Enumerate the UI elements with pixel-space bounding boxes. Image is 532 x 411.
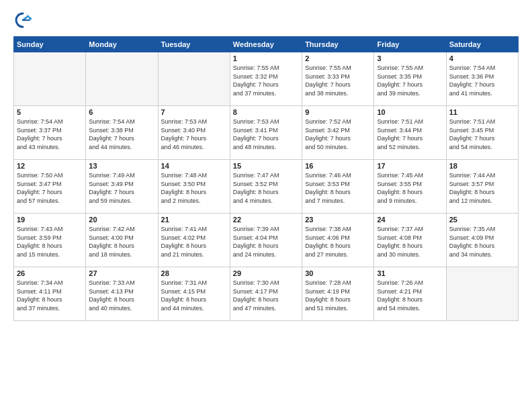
day-info: Sunrise: 7:50 AM Sunset: 3:47 PM Dayligh… [17,171,83,205]
day-info: Sunrise: 7:44 AM Sunset: 3:57 PM Dayligh… [449,171,515,205]
week-row-3: 19Sunrise: 7:43 AM Sunset: 3:59 PM Dayli… [14,214,519,267]
calendar-cell: 19Sunrise: 7:43 AM Sunset: 3:59 PM Dayli… [14,214,86,267]
day-number: 12 [17,162,83,170]
day-info: Sunrise: 7:35 AM Sunset: 4:09 PM Dayligh… [449,225,515,259]
day-info: Sunrise: 7:34 AM Sunset: 4:11 PM Dayligh… [17,279,83,312]
calendar-cell: 23Sunrise: 7:38 AM Sunset: 4:06 PM Dayli… [302,214,374,267]
weekday-header-tuesday: Tuesday [158,37,230,52]
calendar-cell [86,52,158,106]
day-info: Sunrise: 7:49 AM Sunset: 3:49 PM Dayligh… [89,171,154,205]
day-number: 23 [305,216,371,224]
day-number: 15 [233,162,299,170]
calendar-cell: 20Sunrise: 7:42 AM Sunset: 4:00 PM Dayli… [86,214,158,267]
calendar-cell: 12Sunrise: 7:50 AM Sunset: 3:47 PM Dayli… [14,160,86,214]
day-number: 16 [305,162,371,170]
day-number: 21 [161,216,227,224]
logo-icon [13,11,32,30]
day-number: 1 [233,54,299,62]
day-number: 30 [305,269,371,277]
calendar-cell: 14Sunrise: 7:48 AM Sunset: 3:50 PM Dayli… [158,160,230,214]
day-number: 24 [377,216,443,224]
calendar-cell: 29Sunrise: 7:30 AM Sunset: 4:17 PM Dayli… [230,267,302,321]
day-info: Sunrise: 7:53 AM Sunset: 3:41 PM Dayligh… [233,118,299,151]
calendar-cell: 27Sunrise: 7:33 AM Sunset: 4:13 PM Dayli… [86,267,158,321]
calendar-cell [158,52,230,106]
day-info: Sunrise: 7:54 AM Sunset: 3:36 PM Dayligh… [449,64,515,97]
day-number: 28 [161,269,227,277]
day-number: 27 [89,269,154,277]
calendar-cell: 6Sunrise: 7:54 AM Sunset: 3:38 PM Daylig… [86,106,158,160]
day-info: Sunrise: 7:54 AM Sunset: 3:38 PM Dayligh… [89,118,154,151]
day-number: 18 [449,162,515,170]
week-row-4: 26Sunrise: 7:34 AM Sunset: 4:11 PM Dayli… [14,267,519,321]
calendar-cell [14,52,86,106]
calendar-cell: 26Sunrise: 7:34 AM Sunset: 4:11 PM Dayli… [14,267,86,321]
day-info: Sunrise: 7:45 AM Sunset: 3:55 PM Dayligh… [377,171,443,205]
day-info: Sunrise: 7:51 AM Sunset: 3:44 PM Dayligh… [377,118,443,151]
calendar-cell: 3Sunrise: 7:55 AM Sunset: 3:35 PM Daylig… [374,52,446,106]
day-number: 6 [89,108,154,116]
day-number: 7 [161,108,227,116]
header [13,11,519,30]
calendar-cell: 25Sunrise: 7:35 AM Sunset: 4:09 PM Dayli… [446,214,518,267]
day-number: 13 [89,162,154,170]
day-info: Sunrise: 7:39 AM Sunset: 4:04 PM Dayligh… [233,225,299,259]
calendar-cell: 9Sunrise: 7:52 AM Sunset: 3:42 PM Daylig… [302,106,374,160]
day-info: Sunrise: 7:53 AM Sunset: 3:40 PM Dayligh… [161,118,227,151]
day-number: 20 [89,216,154,224]
calendar-cell: 31Sunrise: 7:26 AM Sunset: 4:21 PM Dayli… [374,267,446,321]
weekday-header-wednesday: Wednesday [230,37,302,52]
day-number: 19 [17,216,83,224]
day-info: Sunrise: 7:52 AM Sunset: 3:42 PM Dayligh… [305,118,371,151]
day-number: 9 [305,108,371,116]
calendar-cell: 16Sunrise: 7:46 AM Sunset: 3:53 PM Dayli… [302,160,374,214]
week-row-0: 1Sunrise: 7:55 AM Sunset: 3:32 PM Daylig… [14,52,519,106]
day-number: 22 [233,216,299,224]
day-info: Sunrise: 7:42 AM Sunset: 4:00 PM Dayligh… [89,225,154,259]
calendar-cell: 17Sunrise: 7:45 AM Sunset: 3:55 PM Dayli… [374,160,446,214]
calendar-cell: 13Sunrise: 7:49 AM Sunset: 3:49 PM Dayli… [86,160,158,214]
day-info: Sunrise: 7:37 AM Sunset: 4:08 PM Dayligh… [377,225,443,259]
day-info: Sunrise: 7:48 AM Sunset: 3:50 PM Dayligh… [161,171,227,205]
week-row-2: 12Sunrise: 7:50 AM Sunset: 3:47 PM Dayli… [14,160,519,214]
calendar-cell: 11Sunrise: 7:51 AM Sunset: 3:45 PM Dayli… [446,106,518,160]
calendar-cell: 15Sunrise: 7:47 AM Sunset: 3:52 PM Dayli… [230,160,302,214]
day-number: 31 [377,269,443,277]
calendar-cell: 2Sunrise: 7:55 AM Sunset: 3:33 PM Daylig… [302,52,374,106]
day-info: Sunrise: 7:31 AM Sunset: 4:15 PM Dayligh… [161,279,227,312]
day-info: Sunrise: 7:30 AM Sunset: 4:17 PM Dayligh… [233,279,299,312]
calendar-cell: 30Sunrise: 7:28 AM Sunset: 4:19 PM Dayli… [302,267,374,321]
week-row-1: 5Sunrise: 7:54 AM Sunset: 3:37 PM Daylig… [14,106,519,160]
weekday-header-thursday: Thursday [302,37,374,52]
calendar-cell: 10Sunrise: 7:51 AM Sunset: 3:44 PM Dayli… [374,106,446,160]
day-info: Sunrise: 7:38 AM Sunset: 4:06 PM Dayligh… [305,225,371,259]
day-number: 8 [233,108,299,116]
day-number: 25 [449,216,515,224]
day-number: 14 [161,162,227,170]
day-number: 29 [233,269,299,277]
day-info: Sunrise: 7:55 AM Sunset: 3:33 PM Dayligh… [305,64,371,97]
calendar-cell: 5Sunrise: 7:54 AM Sunset: 3:37 PM Daylig… [14,106,86,160]
calendar-cell: 24Sunrise: 7:37 AM Sunset: 4:08 PM Dayli… [374,214,446,267]
day-info: Sunrise: 7:26 AM Sunset: 4:21 PM Dayligh… [377,279,443,312]
calendar-cell [446,267,518,321]
day-info: Sunrise: 7:33 AM Sunset: 4:13 PM Dayligh… [89,279,154,312]
calendar-cell: 18Sunrise: 7:44 AM Sunset: 3:57 PM Dayli… [446,160,518,214]
day-info: Sunrise: 7:47 AM Sunset: 3:52 PM Dayligh… [233,171,299,205]
day-info: Sunrise: 7:41 AM Sunset: 4:02 PM Dayligh… [161,225,227,259]
page: SundayMondayTuesdayWednesdayThursdayFrid… [0,0,532,411]
calendar-table: SundayMondayTuesdayWednesdayThursdayFrid… [13,36,519,321]
calendar-cell: 7Sunrise: 7:53 AM Sunset: 3:40 PM Daylig… [158,106,230,160]
day-info: Sunrise: 7:55 AM Sunset: 3:32 PM Dayligh… [233,64,299,97]
calendar-cell: 21Sunrise: 7:41 AM Sunset: 4:02 PM Dayli… [158,214,230,267]
day-number: 26 [17,269,83,277]
calendar-cell: 28Sunrise: 7:31 AM Sunset: 4:15 PM Dayli… [158,267,230,321]
weekday-header-saturday: Saturday [446,37,518,52]
day-number: 10 [377,108,443,116]
logo [13,11,35,30]
day-number: 4 [449,54,515,62]
day-number: 3 [377,54,443,62]
day-number: 2 [305,54,371,62]
weekday-header-monday: Monday [86,37,158,52]
weekday-header-sunday: Sunday [14,37,86,52]
